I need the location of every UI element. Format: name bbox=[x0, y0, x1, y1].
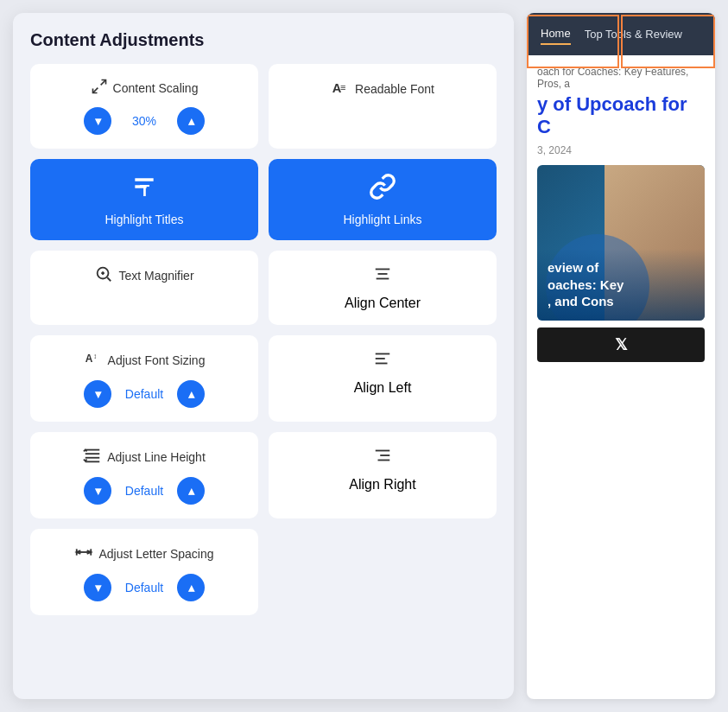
content-scaling-label: Content Scaling bbox=[91, 78, 199, 99]
readable-font-label: A ≡ Readable Font bbox=[331, 78, 434, 100]
svg-line-1 bbox=[92, 88, 98, 93]
highlight-links-label: Highlight Links bbox=[343, 213, 421, 226]
highlight-links-card[interactable]: Highlight Links bbox=[269, 159, 497, 240]
nav-tools[interactable]: Top Tools & Review bbox=[585, 24, 682, 44]
left-panel: Content Adjustments Content Scaling bbox=[13, 13, 514, 699]
align-right-label bbox=[373, 446, 392, 468]
image-title: eview of oaches: Key , and Cons bbox=[548, 259, 694, 310]
content-scaling-stepper: 30% bbox=[44, 107, 244, 135]
adjust-letter-spacing-card: Adjust Letter Spacing Default bbox=[30, 529, 258, 615]
align-right-card: Align Right bbox=[269, 432, 497, 518]
letter-spacing-decrease[interactable] bbox=[84, 574, 111, 601]
line-height-decrease[interactable] bbox=[84, 477, 111, 505]
svg-text:T: T bbox=[140, 181, 150, 200]
content-scaling-value: 30% bbox=[118, 114, 170, 128]
font-icon: A ≡ bbox=[331, 78, 350, 100]
content-scaling-card: Content Scaling 30% bbox=[30, 64, 258, 149]
align-left-icon bbox=[373, 349, 392, 372]
adjustments-grid: Content Scaling 30% A bbox=[30, 64, 497, 615]
letter-spacing-increase[interactable] bbox=[177, 574, 205, 601]
svg-line-0 bbox=[100, 80, 105, 86]
line-height-value: Default bbox=[118, 484, 170, 498]
twitter-bar: 𝕏 bbox=[537, 327, 705, 362]
align-center-card: Align Center bbox=[269, 251, 497, 325]
align-right-icon bbox=[373, 446, 392, 468]
align-left-card: Align Left bbox=[269, 335, 497, 422]
breadcrumb: oach for Coaches: Key Features, Pros, a bbox=[537, 66, 705, 90]
adjust-line-height-card: Adjust Line Height Default bbox=[30, 432, 258, 518]
website-content: oach for Coaches: Key Features, Pros, a … bbox=[527, 55, 715, 372]
readable-font-card: A ≡ Readable Font bbox=[269, 64, 497, 149]
content-scaling-increase[interactable] bbox=[177, 107, 205, 135]
font-size-icon: A ↕ bbox=[84, 349, 103, 372]
twitter-x-icon: 𝕏 bbox=[615, 335, 628, 354]
website-preview: Home Top Tools & Review oach for Coaches… bbox=[527, 13, 715, 699]
line-height-stepper: Default bbox=[44, 477, 244, 505]
text-magnifier-label: Text Magnifier bbox=[94, 264, 193, 287]
image-overlay: eview of oaches: Key , and Cons bbox=[537, 249, 705, 321]
line-height-icon bbox=[83, 446, 102, 468]
adjust-font-sizing-label: A ↕ Adjust Font Sizing bbox=[84, 349, 206, 372]
text-magnifier-card: Text Magnifier bbox=[30, 251, 258, 325]
panel-title: Content Adjustments bbox=[30, 30, 497, 50]
main-container: Content Adjustments Content Scaling bbox=[0, 0, 728, 712]
font-sizing-stepper: Default bbox=[44, 380, 244, 408]
article-image: eview of oaches: Key , and Cons bbox=[537, 165, 705, 321]
expand-icon bbox=[91, 78, 108, 99]
article-date: 3, 2024 bbox=[537, 144, 705, 156]
letter-spacing-value: Default bbox=[118, 581, 170, 594]
font-sizing-value: Default bbox=[118, 387, 170, 401]
website-nav-wrapper: Home Top Tools & Review bbox=[527, 13, 715, 55]
align-center-label bbox=[373, 264, 392, 287]
svg-text:↕: ↕ bbox=[93, 353, 97, 360]
align-center-icon bbox=[373, 264, 392, 287]
svg-text:≡: ≡ bbox=[340, 82, 345, 92]
font-sizing-increase[interactable] bbox=[177, 380, 205, 408]
adjust-line-height-label: Adjust Line Height bbox=[83, 446, 206, 468]
align-left-label bbox=[373, 349, 392, 372]
link-icon bbox=[369, 173, 396, 204]
content-scaling-decrease[interactable] bbox=[84, 107, 111, 135]
adjust-font-sizing-card: A ↕ Adjust Font Sizing Default bbox=[30, 335, 258, 422]
magnifier-icon bbox=[94, 264, 113, 287]
svg-line-8 bbox=[108, 277, 111, 281]
article-title: y of Upcoach for C bbox=[537, 93, 705, 139]
title-icon: T bbox=[130, 173, 158, 204]
website-nav: Home Top Tools & Review bbox=[527, 13, 715, 55]
letter-spacing-stepper: Default bbox=[44, 574, 244, 601]
svg-text:A: A bbox=[85, 353, 92, 365]
font-sizing-decrease[interactable] bbox=[84, 380, 111, 408]
highlight-titles-card[interactable]: T Highlight Titles bbox=[30, 159, 258, 240]
letter-spacing-icon bbox=[74, 543, 93, 565]
nav-home[interactable]: Home bbox=[541, 23, 571, 45]
highlight-titles-label: Highlight Titles bbox=[104, 213, 183, 226]
line-height-increase[interactable] bbox=[177, 477, 205, 505]
adjust-letter-spacing-label: Adjust Letter Spacing bbox=[74, 543, 213, 565]
